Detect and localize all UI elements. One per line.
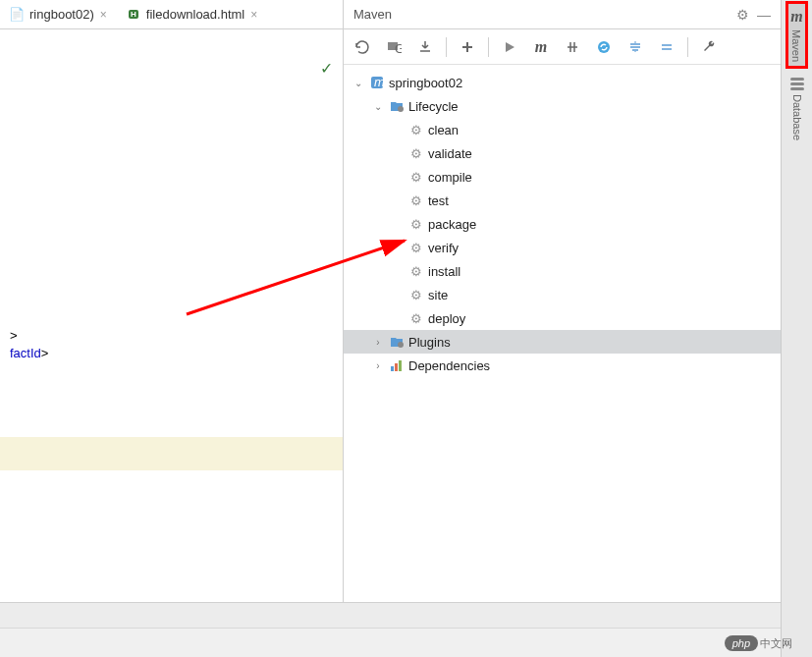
tree-goal-deploy[interactable]: ⚙ deploy bbox=[344, 306, 781, 330]
tree-label: Lifecycle bbox=[408, 99, 459, 114]
right-tool-strip: m Maven Database bbox=[781, 0, 812, 657]
dependencies-icon bbox=[389, 357, 405, 373]
tree-label: springboot02 bbox=[389, 76, 462, 90]
separator bbox=[488, 37, 489, 57]
tree-label: test bbox=[428, 193, 449, 208]
maven-toolbar: G m bbox=[344, 29, 781, 65]
code-content: > factId> bbox=[0, 327, 58, 362]
close-icon[interactable]: × bbox=[100, 8, 107, 22]
tree-label: package bbox=[428, 217, 476, 232]
folder-icon bbox=[389, 334, 405, 350]
gear-icon: ⚙ bbox=[408, 169, 424, 185]
minimize-icon[interactable]: — bbox=[757, 7, 771, 23]
panel-title: Maven bbox=[353, 7, 736, 22]
watermark: php 中文网 bbox=[725, 635, 792, 651]
generate-button[interactable]: G bbox=[383, 36, 405, 58]
tree-plugins[interactable]: › Plugins bbox=[344, 330, 781, 354]
gear-icon: ⚙ bbox=[408, 145, 424, 161]
tree-label: Dependencies bbox=[408, 358, 490, 373]
tab-label: filedownload.html bbox=[146, 7, 244, 22]
editor-pane: 📄 ringboot02) × H filedownload.html × ✓ … bbox=[0, 0, 344, 657]
refresh-button[interactable] bbox=[352, 36, 373, 58]
svg-rect-8 bbox=[395, 363, 398, 371]
tree-label: verify bbox=[428, 241, 459, 255]
database-icon bbox=[790, 78, 804, 90]
watermark-text: 中文网 bbox=[760, 636, 792, 651]
gear-icon: ⚙ bbox=[408, 122, 424, 137]
maven-panel: Maven ⚙ — G m ⌄ m spr bbox=[344, 0, 781, 657]
svg-point-5 bbox=[398, 106, 404, 112]
chevron-right-icon: › bbox=[371, 337, 385, 348]
tree-label: install bbox=[428, 264, 460, 279]
strip-label: Database bbox=[791, 94, 803, 140]
run-button[interactable] bbox=[499, 36, 520, 58]
gear-icon: ⚙ bbox=[408, 263, 424, 279]
gear-icon: ⚙ bbox=[408, 240, 424, 255]
gear-icon: ⚙ bbox=[408, 310, 424, 326]
tree-dependencies[interactable]: › Dependencies bbox=[344, 354, 781, 377]
tree-label: site bbox=[428, 288, 448, 302]
separator bbox=[687, 37, 688, 57]
skip-tests-button[interactable] bbox=[562, 36, 583, 58]
tab-label: ringboot02) bbox=[29, 7, 94, 22]
strip-label: Maven bbox=[790, 29, 802, 62]
separator bbox=[446, 37, 447, 57]
bottom-bar bbox=[0, 602, 781, 628]
gear-icon: ⚙ bbox=[408, 216, 424, 232]
php-badge: php bbox=[725, 635, 758, 651]
tree-goal-site[interactable]: ⚙ site bbox=[344, 283, 781, 306]
tree-label: compile bbox=[428, 170, 472, 185]
chevron-down-icon: ⌄ bbox=[352, 78, 365, 88]
html-icon: H bbox=[127, 8, 140, 22]
gear-icon: ⚙ bbox=[408, 192, 424, 208]
download-button[interactable] bbox=[414, 36, 436, 58]
m-button[interactable]: m bbox=[530, 36, 552, 58]
tree-goal-clean[interactable]: ⚙ clean bbox=[344, 118, 781, 141]
svg-text:G: G bbox=[395, 41, 402, 55]
check-icon: ✓ bbox=[320, 59, 333, 78]
panel-header: Maven ⚙ — bbox=[344, 0, 781, 29]
editor-tabs: 📄 ringboot02) × H filedownload.html × bbox=[0, 0, 343, 29]
footer-bar bbox=[0, 628, 781, 657]
chevron-down-icon: ⌄ bbox=[371, 101, 385, 112]
svg-point-2 bbox=[598, 41, 610, 53]
gear-icon: ⚙ bbox=[408, 287, 424, 302]
editor-body[interactable]: ✓ > factId> bbox=[0, 29, 343, 657]
tab-module[interactable]: 📄 ringboot02) × bbox=[0, 0, 117, 28]
collapse-all-button[interactable] bbox=[656, 36, 677, 58]
tree-goal-test[interactable]: ⚙ test bbox=[344, 189, 781, 212]
close-icon[interactable]: × bbox=[250, 8, 257, 22]
tree-goal-validate[interactable]: ⚙ validate bbox=[344, 141, 781, 165]
tree-label: deploy bbox=[428, 311, 465, 326]
tree-goal-install[interactable]: ⚙ install bbox=[344, 259, 781, 283]
editor-highlight bbox=[0, 437, 343, 470]
tab-html-file[interactable]: H filedownload.html × bbox=[117, 0, 267, 28]
wrench-button[interactable] bbox=[698, 36, 720, 58]
chevron-right-icon: › bbox=[371, 360, 385, 371]
module-icon: m bbox=[369, 75, 385, 90]
database-strip-button[interactable]: Database bbox=[788, 74, 806, 144]
tree-root[interactable]: ⌄ m springboot02 bbox=[344, 71, 781, 94]
tree-label: validate bbox=[428, 146, 472, 161]
tree-label: clean bbox=[428, 123, 459, 137]
maven-tree: ⌄ m springboot02 ⌄ Lifecycle ⚙ clean ⚙ v… bbox=[344, 65, 781, 657]
svg-rect-7 bbox=[391, 366, 394, 371]
tree-lifecycle[interactable]: ⌄ Lifecycle bbox=[344, 94, 781, 118]
sync-button[interactable] bbox=[593, 36, 615, 58]
svg-point-6 bbox=[398, 342, 404, 348]
svg-rect-9 bbox=[399, 360, 402, 371]
folder-icon bbox=[389, 98, 405, 114]
module-icon: 📄 bbox=[10, 8, 24, 22]
maven-m-icon: m bbox=[790, 8, 802, 26]
gear-icon[interactable]: ⚙ bbox=[736, 7, 749, 23]
tree-label: Plugins bbox=[408, 335, 451, 350]
maven-strip-button[interactable]: m Maven bbox=[788, 4, 804, 66]
tree-goal-compile[interactable]: ⚙ compile bbox=[344, 165, 781, 189]
svg-text:m: m bbox=[374, 76, 384, 89]
tree-goal-package[interactable]: ⚙ package bbox=[344, 212, 781, 236]
tree-goal-verify[interactable]: ⚙ verify bbox=[344, 236, 781, 259]
add-button[interactable] bbox=[457, 36, 478, 58]
expand-all-button[interactable] bbox=[624, 36, 646, 58]
